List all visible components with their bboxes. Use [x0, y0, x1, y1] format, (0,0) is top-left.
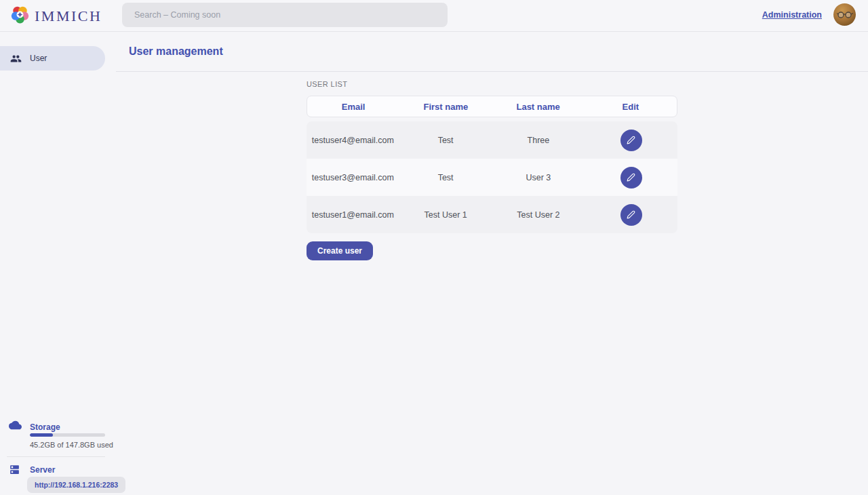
- immich-flower-icon: [11, 5, 29, 26]
- server-url-badge: http://192.168.1.216:2283: [27, 477, 125, 493]
- user-table-header: Email First name Last name Edit: [307, 96, 677, 117]
- administration-link[interactable]: Administration: [762, 10, 822, 20]
- sidebar-item-user-label: User: [30, 54, 47, 63]
- storage-progress-fill: [30, 433, 53, 437]
- column-header-last-name: Last name: [492, 102, 585, 112]
- storage-section-label: Storage: [30, 422, 60, 432]
- table-row: testuser4@email.com Test Three: [307, 121, 677, 159]
- page-title-bar: User management: [116, 32, 868, 72]
- cell-last-name: Three: [492, 136, 585, 145]
- pencil-icon: [627, 136, 635, 144]
- user-management-content: USER LIST Email First name Last name Edi…: [307, 72, 677, 260]
- glasses-icon: [837, 11, 853, 19]
- cell-last-name: Test User 2: [492, 210, 585, 220]
- table-row: testuser3@email.com Test User 3: [307, 159, 677, 196]
- edit-user-button[interactable]: [620, 130, 642, 151]
- create-user-button[interactable]: Create user: [307, 241, 373, 260]
- cell-email: testuser3@email.com: [307, 173, 399, 182]
- cell-email: testuser1@email.com: [307, 210, 399, 220]
- storage-usage-text: 45.2GB of 147.8GB used: [30, 441, 113, 449]
- storage-progress-bar: [30, 433, 105, 437]
- sidebar-divider: [7, 456, 105, 457]
- cloud-icon: [9, 420, 22, 433]
- sidebar-item-user[interactable]: User: [0, 46, 105, 71]
- server-icon: [9, 464, 20, 478]
- top-header-bar: IMMICH Administration: [0, 0, 868, 32]
- user-table-body: testuser4@email.com Test Three testuser3…: [307, 121, 677, 233]
- column-header-edit: Edit: [585, 102, 677, 112]
- app-title: IMMICH: [35, 7, 102, 25]
- app-logo[interactable]: IMMICH: [11, 5, 102, 26]
- user-avatar[interactable]: [833, 3, 856, 26]
- page-title: User management: [129, 45, 223, 58]
- column-header-first-name: First name: [399, 102, 492, 112]
- edit-user-button[interactable]: [620, 204, 642, 226]
- cell-first-name: Test: [399, 173, 492, 182]
- edit-user-button[interactable]: [620, 167, 642, 189]
- table-row: testuser1@email.com Test User 1 Test Use…: [307, 196, 677, 233]
- group-icon: [10, 53, 22, 64]
- cell-first-name: Test: [399, 136, 492, 145]
- column-header-email: Email: [307, 102, 399, 112]
- cell-first-name: Test User 1: [399, 210, 492, 220]
- search-input[interactable]: [122, 3, 448, 27]
- sidebar: User Storage 45.2GB of 147.8GB used Serv…: [0, 32, 116, 495]
- cell-last-name: User 3: [492, 173, 585, 182]
- user-list-label: USER LIST: [307, 80, 677, 88]
- cell-email: testuser4@email.com: [307, 136, 399, 145]
- pencil-icon: [627, 173, 635, 182]
- server-section-label: Server: [30, 465, 55, 475]
- pencil-icon: [627, 210, 635, 219]
